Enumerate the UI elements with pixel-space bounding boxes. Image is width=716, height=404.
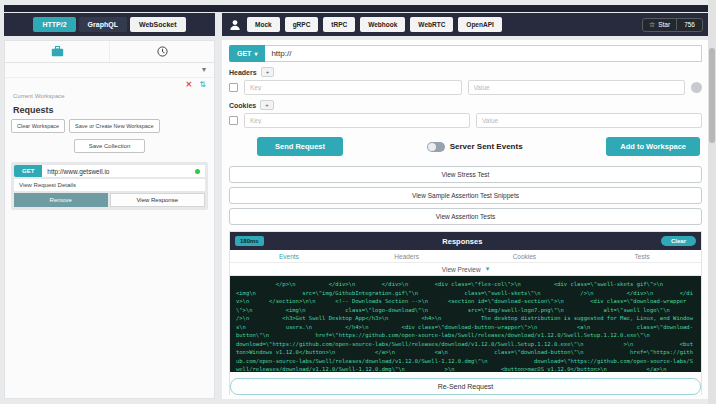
url-input[interactable]	[265, 45, 702, 62]
current-workspace-label: Current Workspace	[5, 91, 214, 99]
header-value-input[interactable]	[468, 80, 686, 95]
content-area: ▾ ✕ ⇅ Current Workspace Requests Clear W…	[4, 40, 709, 399]
request-card: GET http://www.getswell.io View Request …	[11, 162, 208, 210]
add-header-button[interactable]: +	[261, 67, 275, 77]
close-icon[interactable]: ✕	[186, 81, 193, 89]
request-summary: GET http://www.getswell.io	[14, 165, 205, 177]
view-preview-label: View Preview	[442, 266, 481, 273]
scrollbar[interactable]	[708, 0, 716, 404]
workspace-buttons: Clear Workspace Save or Create New Works…	[5, 119, 214, 133]
scrollbar-thumb[interactable]	[709, 48, 715, 143]
view-stress-test-button[interactable]: View Stress Test	[229, 166, 702, 183]
workspace-tab[interactable]	[5, 41, 109, 62]
feature-tab-bar: Mock gRPC tRPC Webhook WebRTC OpenAPI ☆ …	[222, 13, 709, 36]
tab-graphql[interactable]: GraphQL	[79, 17, 127, 32]
chevron-down-icon: ▾	[202, 66, 206, 74]
github-star-count: 756	[676, 19, 702, 30]
tab-grpc[interactable]: gRPC	[285, 17, 319, 32]
cookies-label-row: Cookies +	[229, 100, 702, 110]
tab-websocket[interactable]: WebSocket	[130, 17, 186, 32]
header-row	[229, 80, 702, 95]
header-checkbox[interactable]	[229, 83, 238, 92]
view-assertion-snippets-button[interactable]: View Sample Assertion Test Snippets	[229, 187, 702, 204]
github-star-label: Star	[658, 21, 670, 28]
tab-webrtc[interactable]: WebRTC	[410, 17, 453, 32]
star-icon: ☆	[649, 21, 655, 29]
cookie-value-input[interactable]	[476, 113, 702, 128]
app-frame: HTTP/2 GraphQL WebSocket Mock gRPC tRPC …	[4, 5, 709, 399]
sse-label: Server Sent Events	[450, 142, 523, 151]
remove-button[interactable]: Remove	[14, 193, 108, 207]
top-tab-bars: HTTP/2 GraphQL WebSocket Mock gRPC tRPC …	[4, 13, 709, 36]
toggle-knob	[428, 143, 436, 151]
header-key-input[interactable]	[244, 80, 462, 95]
add-cookie-button[interactable]: +	[260, 100, 274, 110]
responses-title: Responses	[264, 237, 661, 246]
response-body[interactable]: </p>\n </div>\n </div>\n <div class=\"fl…	[230, 276, 701, 372]
headers-label: Headers	[229, 69, 257, 76]
status-dot-icon	[195, 169, 200, 174]
tab-http2[interactable]: HTTP/2	[33, 17, 75, 32]
method-badge: GET	[14, 165, 42, 177]
tab-resp-tests[interactable]: Tests	[583, 253, 701, 260]
workspace-actions: ✕ ⇅	[5, 78, 214, 91]
request-url[interactable]: http://www.getswell.io	[42, 165, 205, 177]
clear-response-button[interactable]: Clear	[661, 236, 696, 246]
method-select[interactable]: GET ▾	[229, 45, 265, 62]
github-star-button[interactable]: ☆ Star 756	[642, 18, 703, 32]
cookies-label: Cookies	[229, 102, 256, 109]
tab-events[interactable]: Events	[230, 253, 348, 260]
request-url-text: http://www.getswell.io	[47, 168, 109, 175]
workspace-select[interactable]: ▾	[5, 63, 214, 78]
tab-mock[interactable]: Mock	[247, 17, 280, 32]
chevron-down-icon: ▾	[486, 265, 490, 273]
response-panel: 180ms Responses Clear Events Headers Coo…	[229, 231, 702, 395]
save-workspace-button[interactable]: Save or Create New Workspace	[69, 119, 159, 133]
sidebar: ▾ ✕ ⇅ Current Workspace Requests Clear W…	[4, 40, 215, 399]
cookie-checkbox[interactable]	[229, 116, 238, 125]
sort-icon[interactable]: ⇅	[199, 81, 206, 89]
latency-badge: 180ms	[235, 236, 264, 246]
tab-resp-headers[interactable]: Headers	[348, 253, 466, 260]
sidebar-tab-bar	[5, 41, 214, 63]
resend-request-button[interactable]: Re-Send Request	[230, 378, 701, 395]
main-panel: GET ▾ Headers + Cookies +	[222, 40, 709, 399]
protocol-tab-bar: HTTP/2 GraphQL WebSocket	[4, 13, 215, 36]
response-header: 180ms Responses Clear	[230, 232, 701, 250]
history-tab[interactable]	[109, 41, 214, 62]
app-window: HTTP/2 GraphQL WebSocket Mock gRPC tRPC …	[0, 0, 716, 404]
response-tab-bar: Events Headers Cookies Tests	[230, 250, 701, 263]
requests-heading: Requests	[5, 99, 214, 119]
sse-group: Server Sent Events	[427, 142, 523, 152]
tab-openapi[interactable]: OpenAPI	[458, 17, 501, 32]
cookie-row	[229, 113, 702, 128]
request-actions: Remove View Response	[14, 193, 205, 207]
tab-trpc[interactable]: tRPC	[323, 17, 355, 32]
briefcase-icon	[51, 43, 64, 61]
tab-resp-cookies[interactable]: Cookies	[466, 253, 584, 260]
user-icon[interactable]	[228, 18, 242, 32]
sse-toggle[interactable]	[427, 142, 445, 152]
chevron-down-icon: ▾	[254, 50, 257, 57]
view-request-details-button[interactable]: View Request Details	[14, 179, 205, 191]
view-assertion-tests-button[interactable]: View Assertion Tests	[229, 208, 702, 225]
remove-row-icon[interactable]	[691, 82, 702, 93]
composer-actions: Send Request Server Sent Events Add to W…	[229, 137, 702, 156]
view-response-button[interactable]: View Response	[110, 193, 206, 207]
titlebar	[4, 5, 709, 12]
url-row: GET ▾	[229, 45, 702, 62]
headers-label-row: Headers +	[229, 67, 702, 77]
send-request-button[interactable]: Send Request	[257, 137, 343, 156]
cookie-key-input[interactable]	[244, 113, 470, 128]
save-collection-button[interactable]: Save Collection	[74, 139, 146, 153]
add-to-workspace-button[interactable]: Add to Workspace	[606, 137, 700, 156]
clear-workspace-button[interactable]: Clear Workspace	[11, 119, 65, 133]
method-label: GET	[237, 50, 251, 57]
clock-icon	[157, 43, 168, 61]
tab-webhook[interactable]: Webhook	[360, 17, 405, 32]
view-preview-button[interactable]: View Preview ▾	[230, 263, 701, 276]
